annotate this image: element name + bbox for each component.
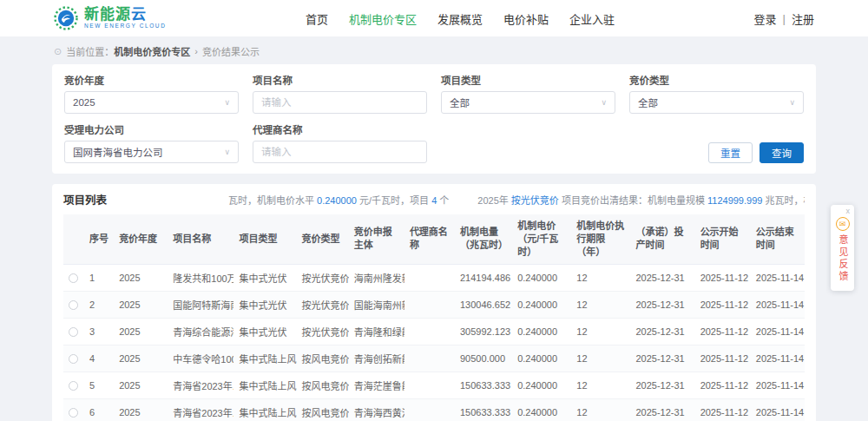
table-cell: 2025-12-31 — [630, 345, 694, 372]
table-cell: 2025 — [114, 372, 168, 398]
row-radio[interactable] — [69, 327, 78, 337]
table-cell: 2025-11-12 — [695, 345, 751, 372]
field-label: 受理电力公司 — [64, 122, 239, 136]
search-button[interactable]: 查询 — [760, 142, 804, 163]
register-link[interactable]: 注册 — [792, 10, 814, 27]
table-cell: 青海省2023年... — [168, 372, 233, 398]
table-row: 52025青海省2023年...集中式陆上风电按风电竞价青海茫崖鲁能新...15… — [63, 372, 805, 398]
nav-item[interactable]: 企业入驻 — [569, 10, 615, 27]
announcement-highlight: 0.240000 — [317, 195, 357, 206]
field-label: 项目类型 — [441, 73, 615, 87]
row-radio[interactable] — [69, 381, 78, 391]
table-row: 12025隆发共和100万...集中式光伏按光伏竞价海南州隆发新能...2141… — [63, 264, 805, 291]
logo-title: 新能源云 — [84, 7, 166, 23]
breadcrumb-separator: › — [194, 46, 198, 56]
table-cell: 12 — [571, 345, 630, 372]
table-cell: 2025-11-12 — [695, 264, 751, 291]
table-cell: 2025-11-14 — [751, 372, 805, 398]
table-cell: 2025-11-14 — [751, 318, 805, 345]
envelope-icon: ✉ — [836, 217, 850, 231]
announcement-text: 项目竞价出清结果：机制电量规模 — [559, 195, 707, 206]
table-cell: 2 — [84, 291, 114, 318]
list-title: 项目列表 — [63, 191, 107, 207]
select-value: 2025 — [73, 97, 95, 108]
table-cell: 集中式光伏 — [233, 264, 296, 291]
filter-field: 项目类型全部∨ — [441, 73, 615, 114]
column-header: 竞价类型 — [297, 214, 349, 264]
breadcrumb-current: 竞价结果公示 — [202, 44, 260, 58]
auth-divider: | — [783, 12, 786, 25]
announcement-highlight: 1124999.999 — [707, 195, 762, 206]
table-cell: 青海茫崖鲁能新... — [349, 372, 404, 398]
feedback-widget[interactable]: x ✉ 意见反馈 — [831, 205, 854, 291]
project-list-card: 项目列表 瓦时，机制电价水平 0.240000 元/千瓦时，项目 4 个 202… — [52, 184, 816, 421]
breadcrumb-section[interactable]: 机制电价竞价专区 — [114, 47, 190, 57]
table-cell: 2025-12-31 — [630, 372, 694, 398]
table-cell: 按风电竞价 — [297, 372, 349, 398]
select-value: 国网青海省电力公司 — [73, 145, 163, 159]
row-radio[interactable] — [69, 408, 78, 418]
login-link[interactable]: 登录 — [754, 10, 777, 27]
filter-grid: 竞价年度2025∨项目名称项目类型全部∨竞价类型全部∨受理电力公司国网青海省电力… — [64, 73, 804, 163]
table-cell: 2025 — [114, 345, 168, 372]
main-nav: 首页机制电价专区发展概览电价补贴企业入驻 — [306, 10, 615, 27]
select-control[interactable]: 全部∨ — [441, 91, 615, 114]
table-cell: 0.240000 — [512, 264, 571, 291]
select-control[interactable]: 2025∨ — [64, 91, 239, 114]
table-cell — [404, 291, 455, 318]
table-cell: 2025-12-31 — [630, 318, 694, 345]
logo[interactable]: 新能源云 NEW ENERGY CLOUD — [54, 6, 166, 30]
table-cell: 150633.333 — [455, 372, 512, 398]
table-cell: 青海省2023年... — [168, 398, 233, 421]
row-radio[interactable] — [69, 300, 78, 310]
select-control[interactable]: 全部∨ — [629, 91, 804, 114]
select-control[interactable]: 国网青海省电力公司∨ — [64, 141, 239, 163]
row-select-cell — [63, 398, 84, 421]
announcement-text: 瓦时，机制电价水平 — [228, 195, 317, 206]
table-cell: 按光伏竞价 — [297, 264, 349, 291]
filter-field: 竞价年度2025∨ — [64, 73, 239, 114]
reset-button[interactable]: 重置 — [708, 142, 753, 163]
results-table: 序号竞价年度项目名称项目类型竞价类型竞价申报主体代理商名称机制电量（兆瓦时）机制… — [63, 214, 805, 421]
table-cell: 2025 — [114, 318, 168, 345]
close-icon[interactable]: x — [831, 207, 854, 215]
table-cell: 0.240000 — [512, 318, 571, 345]
table-cell: 青海创拓新能源... — [349, 345, 404, 372]
feedback-label[interactable]: 意见反馈 — [838, 234, 847, 283]
table-cell: 2025 — [114, 398, 168, 421]
column-header: 机制电价（元/千瓦时） — [512, 214, 571, 264]
row-radio[interactable] — [69, 354, 78, 364]
filter-field: 受理电力公司国网青海省电力公司∨ — [64, 122, 239, 163]
table-cell: 0.240000 — [512, 372, 571, 398]
table-row: 42025中车德令哈100...集中式陆上风电按风电竞价青海创拓新能源...90… — [63, 345, 805, 372]
table-cell: 按风电竞价 — [297, 398, 349, 421]
table-cell: 3 — [84, 318, 114, 345]
table-cell: 12 — [571, 291, 630, 318]
column-header: 公示结束时间 — [751, 214, 805, 264]
table-row: 22025国能阿特斯海南...集中式光伏按光伏竞价国能海南州新能...13004… — [63, 291, 805, 318]
table-cell: 2025 — [114, 291, 168, 318]
table-cell: 214194.486 — [455, 264, 512, 291]
nav-item[interactable]: 首页 — [306, 10, 328, 27]
breadcrumb: ⊙ 当前位置：机制电价竞价专区 › 竞价结果公示 — [0, 36, 868, 64]
nav-item[interactable]: 发展概览 — [437, 10, 483, 27]
table-cell: 305992.123 — [455, 318, 512, 345]
row-radio[interactable] — [69, 273, 78, 283]
column-header: 竞价年度 — [114, 214, 168, 264]
table-cell: 150633.333 — [455, 398, 512, 421]
nav-item[interactable]: 机制电价专区 — [349, 10, 417, 27]
table-cell: 2025-11-14 — [751, 291, 805, 318]
table-cell: 集中式光伏 — [233, 318, 296, 345]
table-body: 12025隆发共和100万...集中式光伏按光伏竞价海南州隆发新能...2141… — [63, 264, 805, 421]
text-input[interactable] — [261, 97, 418, 108]
table-row: 32025青海综合能源海...集中式光伏按光伏竞价青海隆和绿能综...30599… — [63, 318, 805, 345]
filter-field: 项目名称 — [253, 73, 427, 114]
column-header: 机制电价执行期限（年） — [571, 214, 630, 264]
table-cell — [404, 398, 455, 421]
text-input[interactable] — [261, 147, 418, 157]
table-header: 序号竞价年度项目名称项目类型竞价类型竞价申报主体代理商名称机制电量（兆瓦时）机制… — [63, 214, 805, 264]
table-cell: 按光伏竞价 — [297, 318, 349, 345]
table-cell: 12 — [571, 264, 630, 291]
table-cell: 2025-11-12 — [695, 291, 751, 318]
nav-item[interactable]: 电价补贴 — [503, 10, 549, 27]
